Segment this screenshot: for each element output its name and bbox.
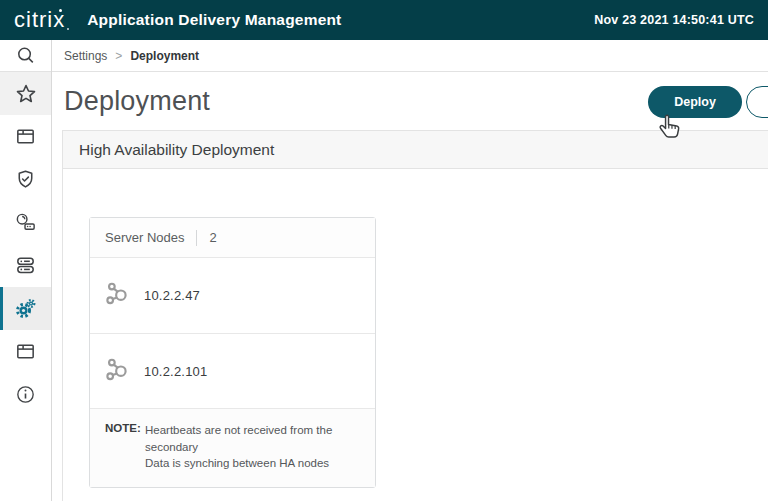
app-title: Application Delivery Management [87,11,341,29]
header-divider [196,230,197,246]
server-node-row[interactable]: 10.2.2.101 [90,333,375,408]
main-content: Settings > Deployment Deployment Deploy … [52,40,768,501]
section-header: High Availability Deployment [63,130,768,169]
applications-window-icon [14,125,37,148]
star-favorites-icon [14,82,38,106]
sidebar-item-security[interactable] [0,158,51,201]
sidebar-item-favorites[interactable] [0,72,51,115]
security-shield-icon [14,168,37,191]
page-title: Deployment [64,86,210,117]
sidebar-item-info[interactable] [0,373,51,416]
networks-window-icon [14,340,37,363]
logo-trademark-dot [67,28,69,30]
deploy-button[interactable]: Deploy [648,86,742,118]
info-icon [14,383,37,406]
section-title: High Availability Deployment [79,141,274,159]
search-icon [14,44,37,67]
sidebar-item-networks[interactable] [0,330,51,373]
note-line: Heartbeats are not received from the sec… [145,422,359,455]
ha-note: NOTE: Heartbeats are not received from t… [90,408,375,487]
sidebar-item-orchestration[interactable] [0,201,51,244]
citrix-logo-text: citrix [14,7,65,32]
server-nodes-card: Server Nodes 2 [89,217,376,488]
breadcrumb-deployment: Deployment [130,49,199,63]
section-body: Server Nodes 2 [63,169,768,488]
sidebar-item-search[interactable] [0,40,51,72]
orchestration-gateway-icon [14,211,37,234]
utc-timestamp: Nov 23 2021 14:50:41 UTC [594,13,754,27]
ha-deployment-panel: High Availability Deployment Server Node… [62,130,768,501]
left-nav-sidebar [0,40,52,501]
breadcrumb: Settings > Deployment [52,40,768,72]
breadcrumb-settings[interactable]: Settings [64,49,107,63]
secondary-action-button-cropped[interactable] [746,86,768,118]
breadcrumb-separator: > [115,49,122,63]
note-text: Heartbeats are not received from the sec… [145,422,359,472]
server-node-row[interactable]: 10.2.2.47 [90,258,375,333]
server-nodes-card-header: Server Nodes 2 [90,218,375,258]
sidebar-item-settings[interactable] [0,287,51,330]
network-node-icon [104,356,131,387]
page-header-row: Deployment Deploy [52,72,768,130]
sidebar-item-applications[interactable] [0,115,51,158]
network-node-icon [104,280,131,311]
citrix-logo: citrix [14,9,71,31]
note-label: NOTE: [105,422,145,472]
note-line: Data is synching between HA nodes [145,455,359,472]
citrix-adm-screen: citrix Application Delivery Management N… [0,0,768,501]
server-nodes-label: Server Nodes [105,230,184,245]
top-header-bar: citrix Application Delivery Management N… [0,0,768,40]
node-ip-address: 10.2.2.101 [144,364,207,379]
server-nodes-count: 2 [209,230,216,245]
node-ip-address: 10.2.2.47 [144,288,200,303]
infrastructure-servers-icon [14,254,37,277]
sidebar-item-infrastructure[interactable] [0,244,51,287]
settings-gears-icon [14,297,38,321]
